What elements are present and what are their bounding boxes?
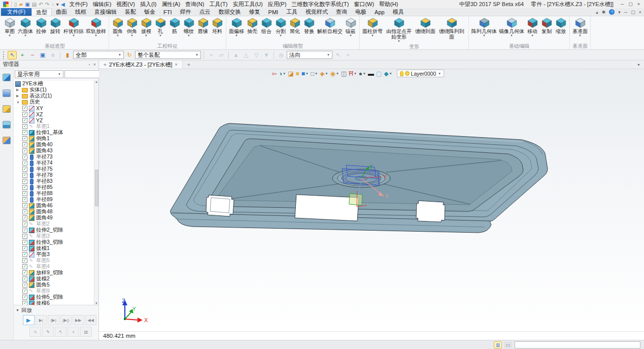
- doc-close-button[interactable]: ×: [639, 9, 641, 16]
- manager-tab-view[interactable]: [3, 105, 11, 113]
- cylindrical-bend-button[interactable]: 圆柱折弯▼: [361, 17, 384, 38]
- ribbon-tab[interactable]: 数据交换: [215, 8, 245, 16]
- eraser-icon[interactable]: ◪: [288, 70, 293, 77]
- add-selection-icon[interactable]: +: [18, 51, 27, 59]
- sort-up-icon[interactable]: △: [242, 51, 251, 59]
- tree-item[interactable]: ✓拉伸5_切除: [14, 294, 94, 300]
- tree-item[interactable]: ✓拔模1: [14, 245, 94, 251]
- play-button[interactable]: ▶: [23, 315, 35, 325]
- rib-button[interactable]: 筋: [167, 17, 182, 38]
- tree-folder[interactable]: ▶表达式(1): [14, 93, 94, 99]
- pick-chain-icon[interactable]: ≈: [207, 51, 216, 59]
- open-file-icon[interactable]: ▰: [19, 2, 23, 7]
- datum-plane-button[interactable]: 基准面▼: [571, 17, 589, 38]
- checkbox-icon[interactable]: ✓: [22, 154, 27, 160]
- selection-filter-icon[interactable]: ▮: [63, 51, 72, 59]
- zoom-window-icon[interactable]: ◉▼: [330, 70, 338, 77]
- resolve-self-intersection-button[interactable]: 解析自相交: [316, 17, 344, 38]
- tree-folder[interactable]: ▶实体(1): [14, 87, 94, 93]
- probe-icon[interactable]: +: [344, 51, 353, 59]
- pattern-geometry-button[interactable]: 阵列几何体▼: [470, 17, 498, 38]
- replace-button[interactable]: 替换: [302, 17, 316, 38]
- wireframe-icon[interactable]: □▼: [311, 70, 318, 77]
- ribbon-tab[interactable]: 电极: [351, 8, 370, 16]
- tab-pin-icon[interactable]: +: [104, 62, 107, 68]
- wrap-to-face-button[interactable]: 缠绕到面: [414, 17, 436, 38]
- checkbox-icon[interactable]: ✓: [22, 301, 27, 305]
- settings-icon[interactable]: ✱: [602, 9, 606, 16]
- ribbon-tab[interactable]: 工具: [282, 8, 301, 16]
- chamfer-button[interactable]: 倒角▼: [125, 17, 139, 38]
- checkbox-icon[interactable]: ✓: [22, 221, 27, 227]
- ribbon-tab[interactable]: 查询: [332, 8, 351, 16]
- tree-item[interactable]: ✓半径88: [14, 191, 94, 197]
- new-tab-button[interactable]: +: [183, 61, 195, 68]
- simplify-button[interactable]: 简化: [288, 17, 302, 38]
- move-button[interactable]: 移动▼: [525, 17, 539, 38]
- tree-item[interactable]: ✓半径73: [14, 154, 94, 160]
- entity-filter-combo[interactable]: 全部▼: [73, 51, 124, 59]
- hole-button[interactable]: 孔▼: [153, 17, 167, 38]
- checkbox-icon[interactable]: ✓: [22, 106, 27, 111]
- ribbon-tab[interactable]: 装配: [121, 8, 140, 16]
- menu-item[interactable]: 应用(P): [265, 0, 289, 8]
- ribbon-collapse-icon[interactable]: ▴: [596, 9, 598, 16]
- menu-item[interactable]: 文件(F): [67, 0, 90, 8]
- draft-button[interactable]: 拔模▼: [139, 17, 153, 38]
- checkbox-icon[interactable]: ✓: [22, 240, 27, 245]
- ribbon-tab[interactable]: FTI: [159, 8, 176, 16]
- qat-caret-icon[interactable]: ▾: [56, 2, 59, 7]
- tree-item[interactable]: ✓圆角49: [14, 215, 94, 221]
- menu-item[interactable]: 窗口(W): [351, 0, 377, 8]
- lasso-select-icon[interactable]: ○: [48, 51, 57, 59]
- ribbon-tab[interactable]: 直接编辑: [90, 8, 121, 16]
- new-file-icon[interactable]: ▯: [14, 2, 17, 7]
- panel-close-icon[interactable]: ×: [93, 62, 96, 67]
- tree-item[interactable]: ✓半径83: [14, 178, 94, 184]
- manager-tab-assembly[interactable]: [3, 89, 11, 97]
- pick-normal-icon[interactable]: ↖: [333, 51, 343, 59]
- checkbox-icon[interactable]: ✓: [22, 276, 27, 281]
- tree-item[interactable]: ✓拉伸1_基体: [14, 130, 94, 136]
- command-input[interactable]: [515, 341, 640, 348]
- tree-item[interactable]: ✓拔模2: [14, 276, 94, 282]
- doc-restore-button[interactable]: ▢: [631, 9, 635, 16]
- model-3d[interactable]: Y Y X Z: [99, 69, 644, 331]
- ribbon-tab[interactable]: 焊件: [176, 8, 195, 16]
- help-icon[interactable]: ?: [609, 9, 615, 15]
- menu-item[interactable]: 实用工具(U): [230, 0, 265, 8]
- collapse-arrow-icon[interactable]: ▼: [16, 101, 20, 104]
- checkbox-icon[interactable]: ✓: [22, 124, 27, 129]
- pick-cursor-icon[interactable]: ↖: [8, 51, 17, 59]
- menu-item[interactable]: 插入(I): [138, 0, 159, 8]
- scroll-up-icon[interactable]: ▲: [95, 80, 98, 83]
- dual-rail-loft-button[interactable]: 双轨放样▼: [85, 17, 107, 38]
- ribbon-tab[interactable]: 造型: [31, 8, 52, 16]
- ribbon-tab[interactable]: 模具: [389, 8, 408, 16]
- save-icon[interactable]: ▣: [25, 2, 29, 7]
- layer-control[interactable]: Layer0000▼: [397, 70, 445, 77]
- checkbox-icon[interactable]: ✓: [22, 185, 27, 190]
- menu-item[interactable]: 帮助(H): [377, 0, 400, 8]
- ribbon-tab[interactable]: 点云: [195, 8, 215, 16]
- back-icon[interactable]: ◀: [61, 2, 65, 7]
- checkbox-icon[interactable]: ✓: [22, 264, 27, 269]
- pick-feature-button[interactable]: ↖: [55, 327, 66, 337]
- mirror-geometry-button[interactable]: 镜像几何体▼: [498, 17, 525, 38]
- tree-item[interactable]: ✓✎草图5: [14, 258, 94, 264]
- tree-item[interactable]: ✓拉伸3_切除: [14, 239, 94, 245]
- scope-combo[interactable]: 整个装配▼: [135, 51, 201, 59]
- checkbox-icon[interactable]: ✓: [22, 234, 27, 239]
- shell-button[interactable]: 抽壳: [245, 17, 259, 38]
- background-icon[interactable]: ▢: [376, 70, 382, 77]
- pick-box-icon[interactable]: ▱: [217, 51, 226, 59]
- fast-forward-button[interactable]: ▶▶: [73, 315, 84, 325]
- checkbox-icon[interactable]: ✓: [22, 295, 27, 300]
- face-offset-button[interactable]: 面偏移▼: [228, 17, 245, 38]
- play-through-button[interactable]: (▶|): [60, 315, 72, 325]
- menu-item[interactable]: 编辑(E): [90, 0, 114, 8]
- surface-display-icon[interactable]: ◆▼: [384, 70, 392, 77]
- thread-button[interactable]: 螺纹▼: [182, 17, 196, 38]
- checkbox-icon[interactable]: ✓: [22, 112, 27, 117]
- checkbox-icon[interactable]: ✓: [22, 270, 27, 275]
